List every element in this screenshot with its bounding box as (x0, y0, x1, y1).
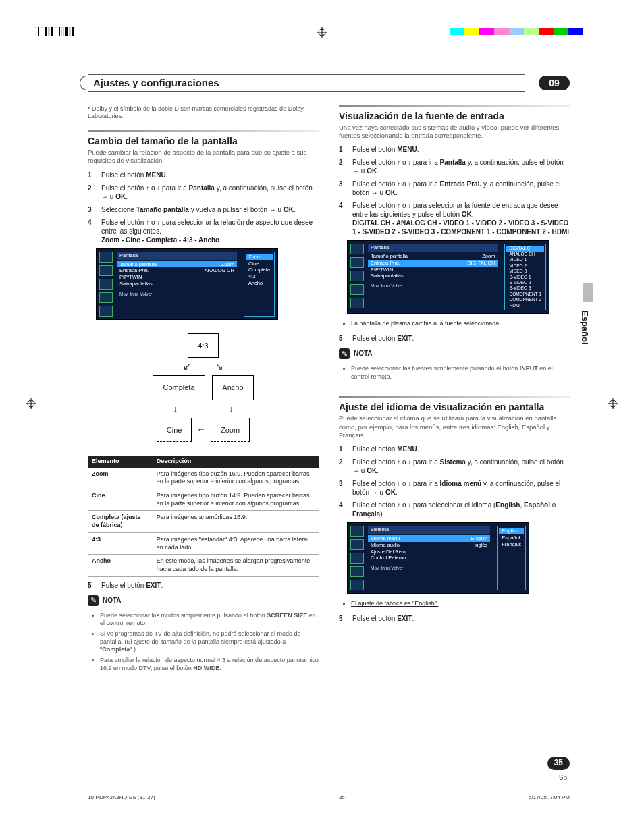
arrow-left-icon: ← (196, 424, 206, 435)
printer-marks-top (0, 27, 644, 36)
table-header: Elemento (88, 456, 153, 468)
step-text: Pulse el botón ↑ o ↓ para ir a Pantalla … (101, 184, 319, 201)
note-label: NOTA (103, 596, 122, 605)
page-number-badge: 35 (547, 757, 570, 770)
page-header: Ajustes y configuraciones 09 (88, 74, 570, 92)
heading-osd-language: Ajuste del idioma de visualización en pa… (339, 401, 570, 413)
intro-text: Puede seleccionar el idioma que se utili… (339, 414, 570, 439)
intro-text: Puede cambiar la relación de aspecto de … (88, 148, 319, 165)
diagram-box-zoom: Zoom (211, 418, 250, 442)
steps-list: 1Pulse el botón MENU. 2Pulse el botón ↑ … (339, 145, 570, 236)
right-column: Visualización de la fuente de entrada Un… (339, 105, 570, 679)
divider (339, 396, 570, 398)
print-footer: 10-PDP42A3HD-ES (31-37) 35 5/17/05, 7:04… (88, 794, 570, 801)
note-list: Puede seleccionar los modos simplemente … (88, 612, 319, 673)
steps-list: 1Pulse el botón MENU. 2Pulse el botón ↑ … (88, 171, 319, 244)
footer-page: 35 (339, 794, 345, 801)
osd-footer: Mov. Intro Volver (117, 292, 237, 297)
divider (88, 130, 319, 132)
crop-marks (34, 27, 74, 36)
step-text: Pulse el botón ↑ o ↓ para seleccionar la… (101, 218, 319, 244)
osd-category-icons (99, 252, 113, 317)
diagram-box-cine: Cine (157, 418, 192, 442)
note-icon: ✎ (339, 348, 350, 359)
osd-submenu: Zoom Cine Completa 4:3 Ancho (244, 252, 275, 317)
osd-screenshot-sistema: Sistema Idioma menúEnglish Idioma audioI… (347, 522, 529, 594)
steps-list: 1Pulse el botón MENU. 2Pulse el botón ↑ … (339, 445, 570, 518)
table-header: Descripción (153, 456, 319, 468)
intro-text: Una vez haya conectado sus sistemas de a… (339, 123, 570, 140)
arrow-down-right-icon: ↘ (215, 361, 223, 372)
bullet-text: El ajuste de fábrica es "English". (351, 600, 570, 608)
step-text: Pulse el botón EXIT. (101, 581, 319, 590)
diagram-box-ancho: Ancho (212, 375, 253, 400)
aspect-ratio-diagram: 4:3 ↙ ↘ Completa Ancho ↓ ↓ Cine ← Zoom (101, 331, 305, 445)
language-tab: Español (579, 310, 590, 345)
footer-filename: 10-PDP42A3HD-ES (31-37) (88, 794, 155, 801)
osd-submenu: English Español Français (497, 526, 526, 590)
arrow-down-icon: ↓ (229, 404, 234, 414)
note-label: NOTA (354, 349, 373, 358)
steps-list: 5Pulse el botón EXIT. (88, 581, 319, 590)
divider (339, 105, 570, 107)
heading-input-source: Visualización de la fuente de entrada (339, 110, 570, 122)
step-text: Seleccione Tamaño pantalla y vuelva a pu… (101, 205, 319, 214)
diagram-box-4-3: 4:3 (188, 333, 218, 358)
footer-timestamp: 5/17/05, 7:04 PM (529, 794, 570, 801)
registration-mark-right-icon (608, 398, 618, 411)
left-column: * Dolby y el símbolo de la doble D son m… (88, 105, 319, 679)
diagram-box-completa: Completa (153, 375, 205, 400)
arrow-down-icon: ↓ (173, 404, 178, 414)
arrow-down-left-icon: ↙ (183, 361, 191, 372)
note-icon: ✎ (88, 595, 99, 606)
registration-mark-left-icon (26, 398, 36, 411)
osd-title: Pantalla (117, 252, 237, 260)
thumb-tab-marker (583, 283, 593, 302)
registration-mark-icon (317, 27, 327, 40)
bullet-text: La pantalla de plasma cambia a la fuente… (351, 320, 570, 328)
color-bar (450, 28, 583, 35)
section-title: Ajustes y configuraciones (88, 74, 525, 92)
aspect-description-table: ElementoDescripción ZoomPara imágenes ti… (88, 456, 319, 577)
step-text: Pulse el botón MENU. (101, 171, 319, 180)
osd-screenshot-entrada: Pantalla Tamaño pantallaZoom Entrada Pra… (347, 240, 549, 314)
osd-screenshot-pantalla: Pantalla Tamaño pantallaZoom Entrada Pra… (96, 248, 278, 320)
dolby-footnote: * Dolby y el símbolo de la doble D son m… (88, 105, 319, 121)
osd-submenu: DIGITAL CH ANALOG CH VIDEO 1 VIDEO 2 VID… (504, 244, 546, 310)
heading-screen-size: Cambio del tamaño de la pantalla (88, 135, 319, 147)
page-lang-suffix: Sp (559, 773, 567, 782)
chapter-badge: 09 (539, 76, 570, 90)
